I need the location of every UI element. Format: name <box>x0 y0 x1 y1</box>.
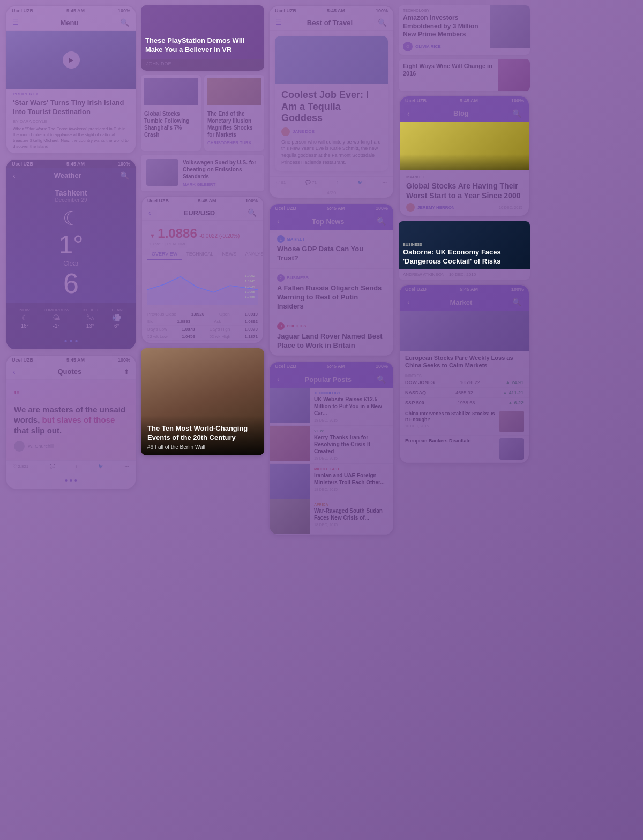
berlin-wall-overlay: The Ten Most World-Changing Events of th… <box>141 416 264 455</box>
osborne-tag: BUSINESS <box>403 242 526 247</box>
osborne-image: BUSINESS Osborne: UK Economy Faces 'Dang… <box>399 221 530 269</box>
svg-text:1.0905: 1.0905 <box>245 290 256 294</box>
column-2: These PlayStation Demos Will Make You a … <box>141 5 264 536</box>
berlin-wall-subtitle: #6 Fall of the Berlin Wall <box>147 444 258 450</box>
berlin-wall-title: The Ten Most World-Changing Events of th… <box>147 424 258 442</box>
forex-chart-svg: 1.0962 1.0943 1.0924 1.0905 1.0886 <box>147 264 258 305</box>
top-article-image: These PlayStation Demos Will Make You a … <box>141 5 264 59</box>
svg-text:1.0924: 1.0924 <box>245 285 256 288</box>
blog-hero-overlay <box>400 154 529 170</box>
top-article-card[interactable]: These PlayStation Demos Will Make You a … <box>141 5 264 71</box>
svg-text:1.0886: 1.0886 <box>245 295 256 298</box>
osborne-title-overlay: BUSINESS Osborne: UK Economy Faces 'Dang… <box>403 242 526 266</box>
svg-text:1.0962: 1.0962 <box>245 274 256 278</box>
forex-chart: 1.0962 1.0943 1.0924 1.0905 1.0886 <box>142 260 263 309</box>
berlin-wall-card[interactable]: The Ten Most World-Changing Events of th… <box>141 348 264 455</box>
svg-text:1.0943: 1.0943 <box>245 280 256 283</box>
main-grid: Ucel UZB 5:45 AM 100% ☰ Menu 🔍 ▶ PROPERT… <box>0 0 643 541</box>
top-article-title-overlay: These PlayStation Demos Will Make You a … <box>145 36 260 55</box>
blog-hero-image <box>400 122 529 170</box>
osborne-title: Osborne: UK Economy Faces 'Dangerous Coc… <box>403 248 526 266</box>
top-article-title: These PlayStation Demos Will Make You a … <box>145 36 260 55</box>
berlin-wall-image: The Ten Most World-Changing Events of th… <box>141 348 264 455</box>
